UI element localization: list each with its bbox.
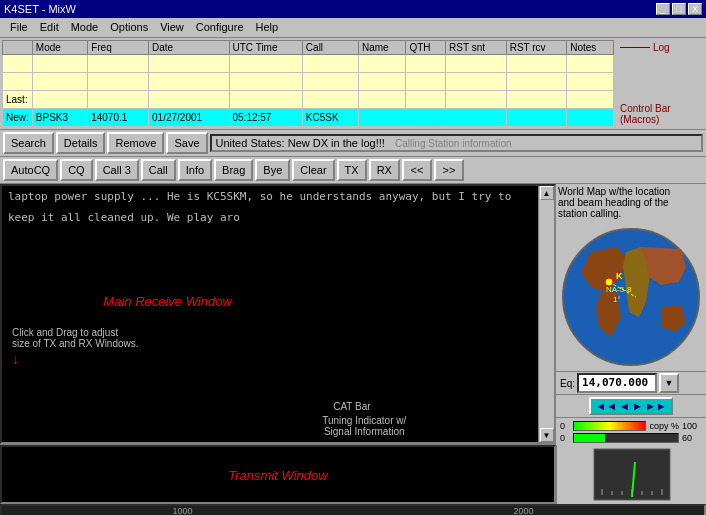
maximize-button[interactable]: □: [672, 3, 686, 15]
menu-file[interactable]: File: [4, 20, 34, 35]
signal-max: 60: [682, 433, 702, 443]
log-row-last: Last:: [3, 91, 614, 109]
copy-meter-bar: [573, 421, 646, 431]
log-label: Log: [653, 42, 670, 53]
next-next-button[interactable]: >>: [434, 159, 464, 181]
menu-mode[interactable]: Mode: [65, 20, 105, 35]
worldmap-annotation-container: World Map w/the locationand beam heading…: [556, 184, 706, 223]
scrollbar[interactable]: ▲ ▼: [538, 186, 554, 442]
nav-next[interactable]: ►: [632, 400, 643, 412]
receive-text-line2: keep it all cleaned up. We play aro: [2, 207, 554, 228]
needle-meter: [556, 445, 706, 504]
signal-fill: [574, 434, 605, 442]
clear-button[interactable]: Clear: [292, 159, 334, 181]
transmit-section: Transmit Window: [0, 444, 706, 504]
log-row-new: New: BPSK3 14070.1 01/27/2001 05:12:57 K…: [3, 109, 614, 127]
cat-bar: Eq: 14,070.000 ▼: [556, 371, 706, 395]
eq-label: Eq:: [560, 378, 575, 389]
cq-button[interactable]: CQ: [60, 159, 93, 181]
receive-text-line1: laptop power supply ... He is KC5SKM, so…: [2, 186, 554, 207]
col-notes: Notes: [567, 41, 614, 55]
signal-meter-bar: [573, 433, 679, 443]
autocq-button[interactable]: AutoCQ: [3, 159, 58, 181]
col-rst-rcv: RST rcv: [506, 41, 567, 55]
worldmap-annotation: World Map w/the locationand beam heading…: [558, 186, 704, 219]
receive-window-label: Main Receive Window: [103, 294, 232, 309]
drag-annotation: Click and Drag to adjust size of TX and …: [12, 327, 139, 367]
col-empty: [3, 41, 33, 55]
prev-prev-button[interactable]: <<: [402, 159, 432, 181]
details-button[interactable]: Details: [56, 132, 106, 154]
col-mode: Mode: [32, 41, 87, 55]
frequency-display: 14,070.000: [577, 373, 657, 393]
macro-bar: AutoCQ CQ Call 3 Call Info Brag Bye Clea…: [0, 157, 706, 184]
menu-help[interactable]: Help: [250, 20, 285, 35]
copy-max: 100: [682, 421, 702, 431]
main-area: laptop power supply ... He is KC5SKM, so…: [0, 184, 706, 444]
copy-label: copy %: [649, 421, 679, 431]
search-bar: Search Details Remove Save United States…: [0, 130, 706, 157]
arrow-down-icon: ↓: [12, 351, 139, 367]
log-table: Mode Freq Date UTC Time Call Name QTH RS…: [2, 40, 614, 127]
svg-text:1°: 1°: [613, 295, 621, 304]
freq-dropdown-button[interactable]: ▼: [659, 373, 679, 393]
col-freq: Freq: [88, 41, 149, 55]
col-name: Name: [358, 41, 406, 55]
window-controls: _ □ X: [656, 3, 702, 15]
copy-meter-row: 0 copy % 100: [560, 421, 702, 431]
nav-prev[interactable]: ◄: [619, 400, 630, 412]
rx-button[interactable]: RX: [369, 159, 400, 181]
search-button[interactable]: Search: [3, 132, 54, 154]
col-rst-snt: RST snt: [446, 41, 507, 55]
right-panel: World Map w/the locationand beam heading…: [556, 184, 706, 444]
nav-buttons-container: ◄◄ ◄ ► ►►: [556, 395, 706, 417]
receive-window: laptop power supply ... He is KC5SKM, so…: [0, 184, 556, 444]
world-map: K NA-5-8 1°: [561, 227, 701, 367]
nav-prev-prev[interactable]: ◄◄: [595, 400, 617, 412]
col-utc: UTC Time: [229, 41, 302, 55]
signal-min: 0: [560, 433, 570, 443]
freq-scale: 1000 2000: [2, 506, 704, 515]
signal-meter-row: 0 60: [560, 433, 702, 443]
log-row: [3, 55, 614, 73]
menu-options[interactable]: Options: [104, 20, 154, 35]
copy-min: 0: [560, 421, 570, 431]
scroll-up-btn[interactable]: ▲: [540, 186, 554, 200]
title-bar: K4SET - MixW _ □ X: [0, 0, 706, 18]
call-button[interactable]: Call: [141, 159, 176, 181]
menu-view[interactable]: View: [154, 20, 190, 35]
tx-button[interactable]: TX: [337, 159, 367, 181]
cat-bar-annotation: CAT Bar: [333, 401, 370, 412]
nav-buttons: ◄◄ ◄ ► ►►: [589, 397, 672, 415]
freq-1000: 1000: [172, 506, 192, 515]
close-button[interactable]: X: [688, 3, 702, 15]
nav-next-next[interactable]: ►►: [645, 400, 667, 412]
window-title: K4SET - MixW: [4, 3, 76, 15]
menu-configure[interactable]: Configure: [190, 20, 250, 35]
tuning-annotation: Tuning Indicator w/ Signal Information: [322, 415, 406, 437]
control-bar-label: Control Bar: [620, 103, 702, 114]
col-date: Date: [149, 41, 229, 55]
info-button[interactable]: Info: [178, 159, 212, 181]
calling-station-label: Calling Station information: [395, 138, 512, 149]
log-row: [3, 73, 614, 91]
col-qth: QTH: [406, 41, 446, 55]
col-call: Call: [302, 41, 358, 55]
menu-edit[interactable]: Edit: [34, 20, 65, 35]
freq-2000: 2000: [513, 506, 533, 515]
transmit-window: Transmit Window: [0, 445, 556, 504]
waterfall-spectrum-section: 1000 2000 Right Click for Waterfall and …: [0, 504, 706, 515]
save-button[interactable]: Save: [166, 132, 207, 154]
menu-bar: File Edit Mode Options View Configure He…: [0, 18, 706, 38]
remove-button[interactable]: Remove: [107, 132, 164, 154]
bye-button[interactable]: Bye: [255, 159, 290, 181]
brag-button[interactable]: Brag: [214, 159, 253, 181]
svg-text:K: K: [616, 271, 623, 281]
transmit-window-label: Transmit Window: [228, 467, 327, 482]
macros-label: (Macros): [620, 114, 702, 125]
call3-button[interactable]: Call 3: [95, 159, 139, 181]
minimize-button[interactable]: _: [656, 3, 670, 15]
signal-meter-section: 0 copy % 100 0 60: [556, 417, 706, 446]
status-text: United States: New DX in the log!!!: [216, 137, 385, 149]
scroll-down-btn[interactable]: ▼: [540, 428, 554, 442]
